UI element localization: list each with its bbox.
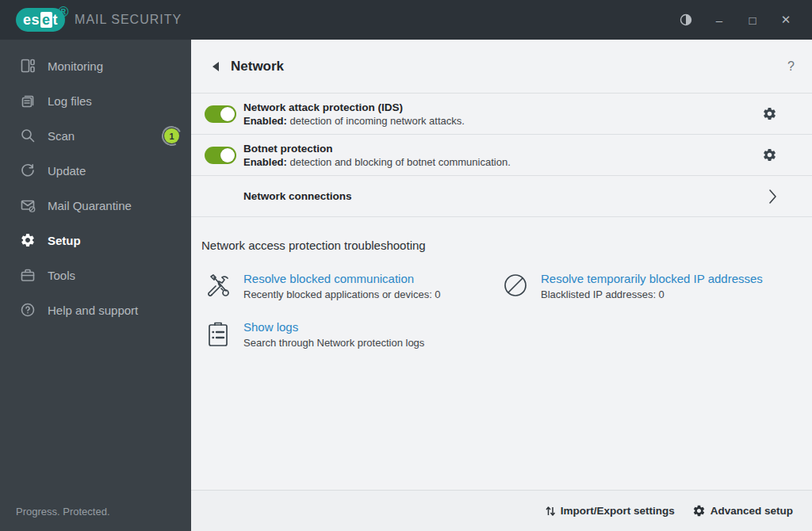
product-name: MAIL SECURITY (75, 13, 182, 27)
sidebar-item-log-files[interactable]: Log files (0, 83, 191, 118)
status-prefix: Enabled: (243, 156, 287, 168)
tools-briefcase-icon (19, 267, 36, 283)
sidebar-item-update[interactable]: Update (0, 153, 191, 188)
eset-logo: eset ® (16, 8, 65, 32)
theme-contrast-icon[interactable] (669, 6, 703, 34)
row-status: Enabled: detection and blocking of botne… (243, 156, 511, 168)
row-botnet-protection: Botnet protection Enabled: detection and… (191, 135, 812, 176)
log-files-icon (19, 93, 36, 109)
settings-rows: Network attack protection (IDS) Enabled:… (191, 93, 812, 217)
sidebar-item-monitoring[interactable]: Monitoring (0, 48, 191, 83)
status-text: detection of incoming network attacks. (287, 115, 465, 127)
blocked-circle-icon (502, 272, 530, 302)
row-texts: Network attack protection (IDS) Enabled:… (243, 101, 465, 127)
logs-clipboard-icon (205, 320, 233, 350)
row-label: Botnet protection (243, 143, 511, 155)
sidebar-item-label: Setup (48, 234, 81, 247)
link-title[interactable]: Show logs (243, 320, 424, 334)
title-bar: eset ® MAIL SECURITY – □ ✕ (0, 0, 812, 40)
maximize-button[interactable]: □ (736, 6, 769, 34)
link-show-logs: Show logs Search through Network protect… (205, 320, 502, 350)
row-label: Network connections (243, 190, 352, 202)
link-title[interactable]: Resolve blocked communication (243, 272, 441, 285)
section-heading: Network access protection troubleshootin… (201, 239, 812, 252)
logo-text: es (23, 13, 40, 27)
toggle-network-attack-protection[interactable] (205, 105, 236, 123)
link-desc: Recently blocked applications or devices… (243, 288, 441, 300)
sidebar-item-setup[interactable]: Setup (0, 223, 191, 258)
status-tagline: Progress. Protected. (16, 506, 110, 518)
sidebar: Monitoring Log files (0, 40, 191, 531)
link-title[interactable]: Resolve temporarily blocked IP addresses (541, 272, 763, 285)
content-footer: Import/Export settings Advanced setup (191, 490, 812, 531)
app-window: eset ® MAIL SECURITY – □ ✕ (0, 0, 812, 531)
sidebar-item-label: Monitoring (48, 59, 103, 73)
back-arrow-icon[interactable] (213, 62, 220, 71)
link-desc: Blacklisted IP addresses: 0 (541, 288, 763, 300)
main-content: Network ? Network attack protection (IDS… (191, 40, 812, 531)
scan-count-badge: 1 (164, 128, 179, 143)
close-button[interactable]: ✕ (769, 6, 802, 34)
scan-icon (19, 128, 36, 143)
link-texts: Resolve temporarily blocked IP addresses… (541, 272, 763, 302)
sidebar-item-scan[interactable]: Scan 1 (0, 118, 191, 153)
status-prefix: Enabled: (243, 115, 287, 127)
footer-link-label: Import/Export settings (561, 505, 675, 517)
logo-text-boxed: e (40, 12, 52, 28)
sidebar-item-label: Log files (48, 94, 92, 108)
row-status: Enabled: detection of incoming network a… (243, 115, 465, 127)
page-title: Network (231, 59, 284, 74)
link-desc: Search through Network protection logs (243, 337, 424, 349)
gear-icon[interactable] (762, 106, 777, 121)
gear-icon (692, 504, 706, 518)
crossed-tools-icon (205, 272, 233, 302)
half-circle-icon (680, 13, 692, 26)
troubleshooting-links: Resolve blocked communication Recently b… (205, 272, 812, 350)
sidebar-item-label: Tools (48, 269, 75, 282)
toggle-botnet-protection[interactable] (205, 147, 236, 164)
link-texts: Show logs Search through Network protect… (243, 320, 424, 350)
gear-icon[interactable] (762, 147, 777, 162)
registered-trademark: ® (58, 5, 69, 19)
row-network-attack-protection: Network attack protection (IDS) Enabled:… (191, 94, 812, 135)
advanced-setup-button[interactable]: Advanced setup (692, 504, 793, 518)
status-text: detection and blocking of botnet communi… (287, 156, 511, 168)
sidebar-item-tools[interactable]: Tools (0, 258, 191, 292)
scan-badge-ring: 1 (159, 123, 185, 148)
sidebar-item-label: Help and support (48, 304, 138, 317)
sidebar-item-help[interactable]: Help and support (0, 292, 191, 327)
logo-text: t (53, 13, 59, 27)
import-export-settings-button[interactable]: Import/Export settings (545, 505, 675, 518)
help-icon[interactable]: ? (787, 59, 795, 74)
link-texts: Resolve blocked communication Recently b… (243, 272, 441, 302)
sidebar-item-label: Mail Quarantine (48, 199, 132, 212)
chevron-right-icon (768, 189, 777, 204)
sidebar-item-label: Scan (48, 129, 75, 143)
link-resolve-blocked-communication: Resolve blocked communication Recently b… (205, 272, 502, 302)
setup-gear-icon (19, 232, 36, 248)
row-label: Network attack protection (IDS) (243, 101, 465, 113)
footer-link-label: Advanced setup (710, 505, 793, 517)
monitoring-icon (19, 58, 36, 74)
row-texts: Botnet protection Enabled: detection and… (243, 143, 511, 168)
update-icon (19, 162, 36, 178)
mail-quarantine-icon (19, 197, 36, 213)
sidebar-item-mail-quarantine[interactable]: Mail Quarantine (0, 188, 191, 223)
help-question-icon (19, 302, 36, 318)
page-header: Network ? (191, 40, 812, 93)
minimize-button[interactable]: – (703, 6, 736, 34)
link-resolve-blocked-ips: Resolve temporarily blocked IP addresses… (502, 272, 812, 302)
window-controls: – □ ✕ (669, 6, 802, 34)
sidebar-item-label: Update (48, 164, 86, 178)
import-export-arrows-icon (545, 505, 556, 518)
row-network-connections[interactable]: Network connections (191, 176, 812, 217)
